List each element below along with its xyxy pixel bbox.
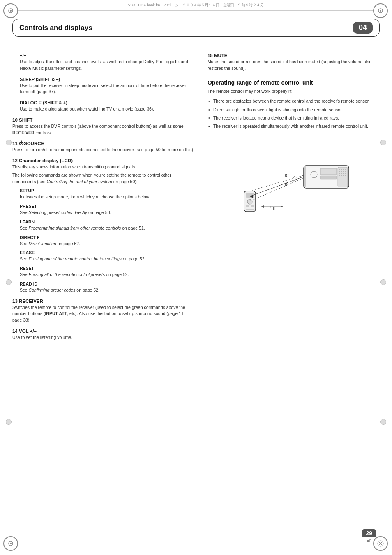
binding-mark-right-bot <box>380 419 386 425</box>
binding-mark-left-mid <box>6 279 12 285</box>
bullet-item: Direct sunlight or fluorescent light is … <box>208 106 380 113</box>
svg-rect-10 <box>304 166 306 187</box>
sub-erase: ERASE See Erasing one of the remote cont… <box>20 250 195 263</box>
dialog-e-label: DIALOG E (SHIFT & +) <box>20 100 195 105</box>
shift-text: Press to access the DVR controls (above … <box>12 123 195 136</box>
bullet-item: There are obstacles between the remote c… <box>208 98 380 104</box>
section-dialog-e: DIALOG E (SHIFT & +) Use to make dialog … <box>20 100 195 113</box>
diagram-area: 30° 30° 7m <box>208 138 380 220</box>
svg-point-27 <box>339 175 340 176</box>
receiver-label: 13 RECEIVER <box>12 299 195 304</box>
corner-decoration-tl <box>3 3 19 19</box>
source-text: Press to turn on/off other components co… <box>12 147 195 153</box>
svg-point-16 <box>341 169 342 170</box>
page-title: Controls and displays <box>19 24 349 32</box>
svg-rect-12 <box>320 168 337 175</box>
svg-point-23 <box>339 173 340 174</box>
svg-line-39 <box>250 177 304 196</box>
plus-minus-text: Use to adjust the effect and channel lev… <box>20 59 195 72</box>
svg-line-38 <box>250 178 304 201</box>
svg-point-21 <box>343 171 344 172</box>
operating-range-title: Operating range of remote control unit <box>208 79 380 86</box>
binding-mark-left-top <box>6 140 12 145</box>
corner-decoration-tr <box>373 3 389 19</box>
page-lang: En <box>362 538 376 543</box>
plus-minus-label: +/– <box>20 53 195 58</box>
section-sleep: SLEEP (SHIFT & –) Use to put the receive… <box>20 77 195 96</box>
svg-point-30 <box>345 175 346 176</box>
char-display-text1: This display shows information when tran… <box>12 164 195 170</box>
mute-text: Mutes the sound or restores the sound if… <box>208 59 380 72</box>
sub-direct-f: DIRECT F See Direct function on page 52. <box>20 235 195 247</box>
chapter-badge: 04 <box>353 22 373 34</box>
char-display-label: 12 Character display (LCD) <box>12 158 195 163</box>
svg-marker-46 <box>281 205 283 208</box>
section-operating-range: Operating range of remote control unit T… <box>208 79 380 130</box>
header-bar: Controls and displays 04 <box>12 19 380 37</box>
svg-line-37 <box>250 175 304 191</box>
operating-range-intro: The remote control may not work properly… <box>208 88 380 95</box>
svg-rect-14 <box>338 167 348 187</box>
svg-point-17 <box>343 169 344 170</box>
svg-point-3 <box>380 10 381 12</box>
svg-rect-36 <box>246 209 254 210</box>
page-wrapper: VSX_1014.book.fm 29ページ ２００４年５月１４日 金曜日 午前… <box>0 0 392 555</box>
char-display-text2: The following commands are shown when yo… <box>12 172 195 185</box>
svg-point-18 <box>345 169 346 170</box>
svg-text:30°: 30° <box>284 182 291 187</box>
svg-rect-13 <box>320 176 337 179</box>
right-column: 15 MUTE Mutes the sound or restores the … <box>203 49 380 346</box>
section-char-display: 12 Character display (LCD) This display … <box>12 158 195 294</box>
sub-reset: RESET See Erasing all of the remote cont… <box>20 266 195 278</box>
svg-point-22 <box>345 171 346 172</box>
page-number: 29 <box>362 529 376 537</box>
mute-label: 15 MUTE <box>208 53 380 58</box>
section-mute: 15 MUTE Mutes the sound or restores the … <box>208 53 380 72</box>
svg-point-26 <box>345 173 346 174</box>
source-label: 11 ⏻SOURCE <box>12 141 195 146</box>
svg-point-15 <box>339 169 340 170</box>
svg-rect-35 <box>251 205 254 207</box>
vol-text: Use to set the listening volume. <box>12 334 195 341</box>
bullet-item: The receiver is operated simultaneously … <box>208 123 380 129</box>
svg-point-19 <box>339 171 340 172</box>
section-vol: 14 VOL +/– Use to set the listening volu… <box>12 329 195 341</box>
sleep-text: Use to put the receiver in sleep mode an… <box>20 83 195 96</box>
sleep-label: SLEEP (SHIFT & –) <box>20 77 195 82</box>
operating-range-bullets: There are obstacles between the remote c… <box>208 98 380 129</box>
bullet-item: The receiver is located near a device th… <box>208 115 380 121</box>
binding-mark-right-mid <box>380 279 386 285</box>
content-area: +/– Use to adjust the effect and channel… <box>12 49 380 346</box>
page-number-area: 29 En <box>362 529 376 543</box>
svg-point-5 <box>10 543 12 544</box>
svg-text:7m: 7m <box>269 205 276 211</box>
svg-point-25 <box>343 173 344 174</box>
svg-point-1 <box>10 10 12 12</box>
sub-read-id: READ ID See Confirming preset codes on p… <box>20 281 195 294</box>
section-shift: 10 SHIFT Press to access the DVR control… <box>12 117 195 136</box>
corner-decoration-bl <box>3 536 19 552</box>
svg-point-24 <box>341 173 342 174</box>
sub-learn: LEARN See Programming signals from other… <box>20 219 195 232</box>
sub-setup: SETUP Indicates the setup mode, from whi… <box>20 188 195 200</box>
svg-text:30°: 30° <box>284 173 291 178</box>
left-column: +/– Use to adjust the effect and channel… <box>12 49 203 346</box>
vol-label: 14 VOL +/– <box>12 329 195 334</box>
file-info-text: VSX_1014.book.fm 29ページ ２００４年５月１４日 金曜日 午前… <box>12 2 380 8</box>
file-info-bar: VSX_1014.book.fm 29ページ ２００４年５月１４日 金曜日 午前… <box>12 0 380 11</box>
svg-point-29 <box>343 175 344 176</box>
svg-point-28 <box>341 175 342 176</box>
binding-mark-right-top <box>380 140 386 145</box>
svg-marker-45 <box>261 205 264 208</box>
remote-range-diagram: 30° 30° 7m <box>232 138 355 220</box>
section-source: 11 ⏻SOURCE Press to turn on/off other co… <box>12 141 195 153</box>
section-receiver: 13 RECEIVER Switches the remote to contr… <box>12 299 195 324</box>
svg-point-20 <box>341 171 342 172</box>
binding-mark-left-bot <box>6 419 12 425</box>
sub-preset: PRESET See Selecting preset codes direct… <box>20 204 195 216</box>
receiver-text: Switches the remote to control the recei… <box>12 304 195 324</box>
svg-rect-34 <box>246 205 249 207</box>
dialog-e-text: Use to make dialog stand out when watchi… <box>20 106 195 113</box>
section-plus-minus: +/– Use to adjust the effect and channel… <box>20 53 195 72</box>
shift-label: 10 SHIFT <box>12 117 195 122</box>
